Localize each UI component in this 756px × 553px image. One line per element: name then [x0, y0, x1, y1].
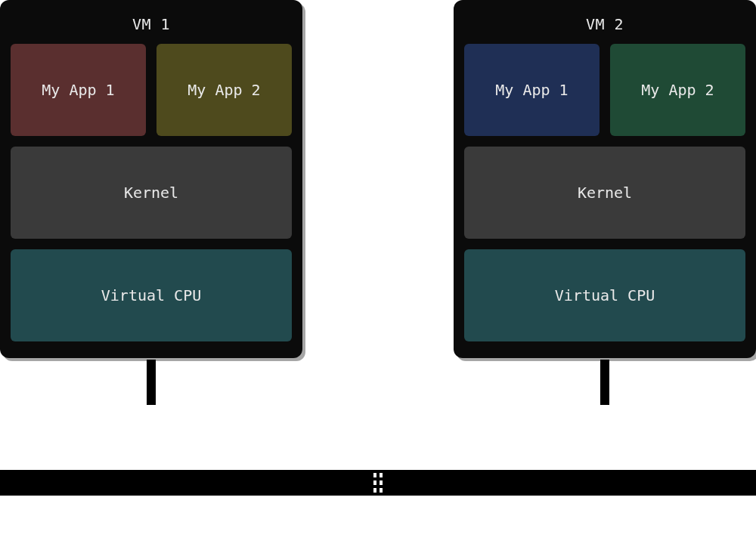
vm-1-title: VM 1 — [11, 11, 292, 44]
connector-vm-1 — [147, 360, 156, 405]
connector-vm-2 — [600, 360, 609, 405]
vm-1-apps-row: My App 1 My App 2 — [11, 44, 292, 136]
vm-2-app-2: My App 2 — [610, 44, 745, 136]
vm-1-box: VM 1 My App 1 My App 2 Kernel Virtual CP… — [0, 0, 302, 358]
vm-2-virtual-cpu: Virtual CPU — [464, 249, 745, 341]
host-bar-divider-icon — [370, 470, 386, 496]
vm-2-title: VM 2 — [464, 11, 745, 44]
diagram-stage: VM 1 My App 1 My App 2 Kernel Virtual CP… — [0, 0, 756, 553]
vm-2-apps-row: My App 1 My App 2 — [464, 44, 745, 136]
vm-1-app-1: My App 1 — [11, 44, 146, 136]
vm-2-box: VM 2 My App 1 My App 2 Kernel Virtual CP… — [454, 0, 756, 358]
vm-2-kernel: Kernel — [464, 147, 745, 239]
vm-2-app-1: My App 1 — [464, 44, 600, 136]
vm-1-app-2: My App 2 — [156, 44, 292, 136]
vm-1-virtual-cpu: Virtual CPU — [11, 249, 292, 341]
vm-1-kernel: Kernel — [11, 147, 292, 239]
